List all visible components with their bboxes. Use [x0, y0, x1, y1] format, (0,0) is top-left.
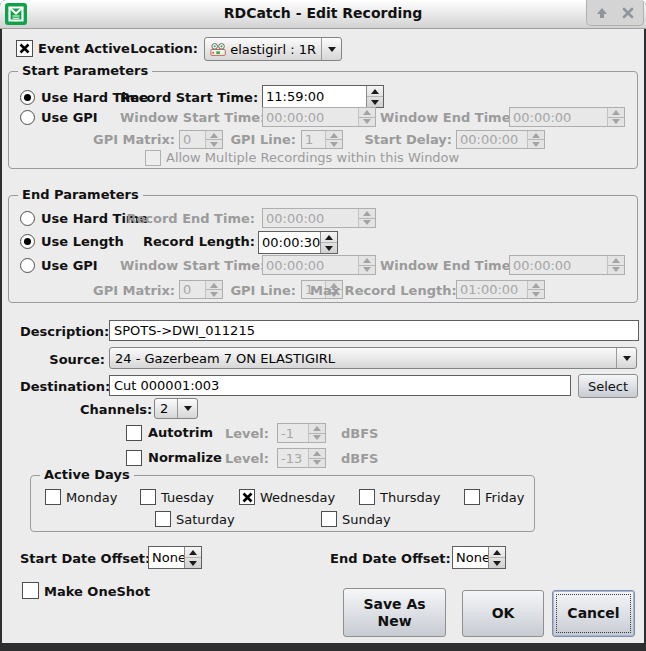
- record-start-time-value: 11:59:00: [263, 86, 366, 107]
- wednesday-checkbox[interactable]: [239, 489, 255, 505]
- select-button[interactable]: Select: [578, 374, 638, 398]
- channels-value: 2: [160, 401, 168, 416]
- spin-up-icon: [206, 131, 222, 140]
- make-oneshot-checkbox[interactable]: [22, 582, 39, 599]
- window-end-time-spinbox-end: 00:00:00: [509, 255, 625, 275]
- window-start-time-spinbox-end: 00:00:00: [262, 255, 376, 275]
- ok-button[interactable]: OK: [462, 590, 544, 637]
- spin-buttons: [607, 256, 624, 274]
- spin-up-icon[interactable]: [321, 232, 337, 243]
- destination-input[interactable]: Cut 000001:003: [109, 375, 571, 396]
- spin-up-icon: [359, 108, 375, 118]
- gpi-line-value-start: 1: [302, 131, 325, 148]
- record-length-value: 00:00:30: [259, 232, 320, 253]
- active-days-title: Active Days: [40, 467, 134, 482]
- spin-down-icon[interactable]: [367, 97, 383, 107]
- window-start-time-value-start: 00:00:00: [263, 108, 358, 126]
- source-combobox[interactable]: 24 - Gazerbeam 7 ON ELASTIGIRL: [109, 347, 637, 369]
- shade-window-icon[interactable]: [594, 5, 610, 21]
- end-date-offset-value: None: [453, 547, 488, 568]
- monday-label: Monday: [66, 490, 117, 505]
- spin-down-icon: [206, 290, 222, 298]
- record-end-time-label: Record End Time:: [120, 211, 255, 226]
- event-active-label: Event Active: [38, 41, 130, 56]
- close-icon[interactable]: [620, 5, 636, 21]
- normalize-level-label: Level:: [200, 451, 269, 466]
- window-end-time-value-start: 00:00:00: [510, 108, 607, 126]
- spin-up-icon[interactable]: [489, 547, 505, 558]
- gpi-line-label-end: GPI Line:: [230, 283, 296, 298]
- spin-down-icon[interactable]: [321, 243, 337, 253]
- use-gpi-radio-end[interactable]: [20, 258, 35, 273]
- tuesday-checkbox[interactable]: [140, 489, 156, 505]
- spin-up-icon[interactable]: [185, 547, 201, 558]
- end-parameters-title: End Parameters: [18, 187, 143, 202]
- edit-recording-window: RDCatch - Edit Recording Event Active Lo…: [0, 0, 646, 651]
- spin-up-icon: [206, 281, 222, 290]
- record-start-time-spinbox[interactable]: 11:59:00: [262, 85, 384, 108]
- spin-down-icon: [206, 140, 222, 148]
- use-length-label: Use Length: [41, 234, 124, 249]
- channels-combobox[interactable]: 2: [154, 398, 198, 419]
- window-end-time-value-end: 00:00:00: [510, 256, 607, 274]
- record-length-label: Record Length:: [120, 234, 255, 249]
- spin-buttons: [205, 281, 222, 298]
- spin-down-icon: [528, 140, 544, 148]
- spin-buttons: [607, 108, 624, 126]
- autotrim-level-spinbox: -1: [277, 423, 326, 443]
- spin-up-icon[interactable]: [367, 86, 383, 97]
- save-as-new-button[interactable]: Save As New: [343, 588, 446, 637]
- use-gpi-label-end: Use GPI: [41, 258, 98, 273]
- spin-buttons: [527, 281, 544, 298]
- location-combobox[interactable]: elastigirl : 1R: [204, 37, 342, 61]
- spin-down-icon: [608, 266, 624, 275]
- source-label: Source:: [20, 352, 105, 367]
- spin-buttons: [488, 547, 505, 568]
- description-value: SPOTS->DWI_011215: [114, 323, 255, 338]
- use-length-radio[interactable]: [20, 234, 35, 249]
- record-length-spinbox[interactable]: 00:00:30: [258, 231, 338, 254]
- cancel-button[interactable]: Cancel: [552, 590, 635, 637]
- use-gpi-radio-start[interactable]: [20, 110, 35, 125]
- start-date-offset-value: None: [149, 547, 184, 568]
- sunday-checkbox[interactable]: [321, 511, 337, 527]
- record-end-time-value: 00:00:00: [263, 209, 358, 227]
- friday-checkbox[interactable]: [464, 489, 480, 505]
- spin-buttons: [205, 131, 222, 148]
- record-start-time-label: Record Start Time:: [120, 90, 255, 105]
- wednesday-label: Wednesday: [260, 490, 335, 505]
- spin-down-icon[interactable]: [185, 558, 201, 568]
- end-date-offset-spinbox[interactable]: None: [452, 546, 506, 569]
- saturday-checkbox[interactable]: [155, 511, 171, 527]
- thursday-checkbox[interactable]: [359, 489, 375, 505]
- gpi-matrix-value-start: 0: [180, 131, 205, 148]
- start-date-offset-label: Start Date Offset:: [20, 551, 143, 566]
- use-hard-time-radio-end[interactable]: [20, 211, 35, 226]
- spin-up-icon: [359, 256, 375, 266]
- gpi-matrix-spinbox-start: 0: [179, 130, 223, 149]
- start-date-offset-spinbox[interactable]: None: [148, 546, 202, 569]
- destination-label: Destination:: [20, 379, 105, 394]
- tuesday-label: Tuesday: [161, 490, 214, 505]
- gpi-matrix-value-end: 0: [180, 281, 205, 298]
- start-delay-spinbox: 00:00:00: [456, 130, 545, 149]
- start-parameters-title: Start Parameters: [18, 63, 152, 78]
- autotrim-checkbox[interactable]: [126, 425, 142, 441]
- normalize-checkbox[interactable]: [126, 450, 142, 466]
- spin-buttons: [358, 108, 375, 126]
- window-controls: [586, 0, 644, 26]
- spin-buttons: [358, 209, 375, 227]
- use-hard-time-radio-start[interactable]: [20, 90, 35, 105]
- spin-buttons: [320, 232, 337, 253]
- autotrim-level-label: Level:: [200, 426, 269, 441]
- make-oneshot-label: Make OneShot: [44, 584, 150, 599]
- spin-down-icon[interactable]: [489, 558, 505, 568]
- event-active-checkbox[interactable]: [16, 40, 33, 57]
- spin-down-icon: [359, 266, 375, 275]
- spin-up-icon: [326, 131, 342, 140]
- gpi-line-spinbox-start: 1: [301, 130, 343, 149]
- normalize-level-spinbox: -13: [277, 448, 326, 468]
- spin-down-icon: [359, 219, 375, 228]
- monday-checkbox[interactable]: [45, 489, 61, 505]
- description-input[interactable]: SPOTS->DWI_011215: [109, 320, 639, 341]
